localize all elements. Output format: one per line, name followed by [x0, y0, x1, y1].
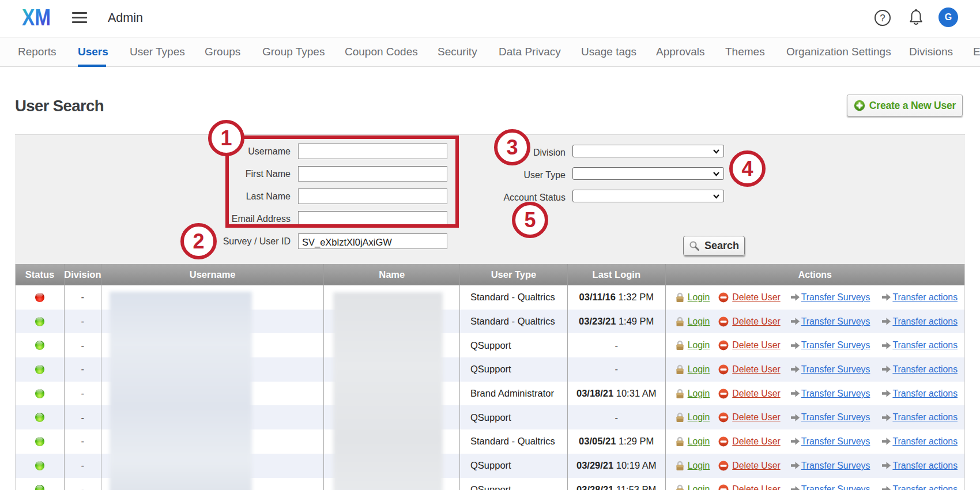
- svg-text:?: ?: [880, 13, 885, 24]
- svg-text:XM: XM: [22, 7, 51, 27]
